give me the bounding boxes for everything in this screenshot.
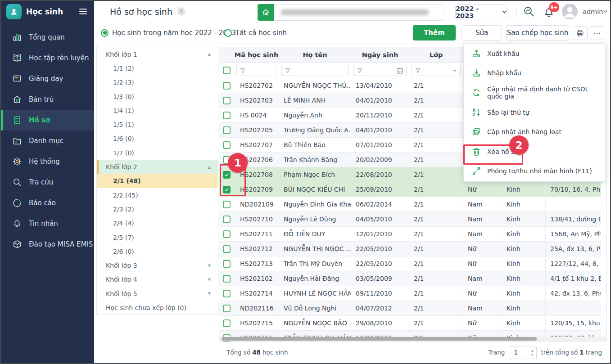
sidebar-item-danh-muc[interactable]: Danh mục: [1, 130, 94, 151]
tree-item[interactable]: Khối lớp 5▼: [97, 287, 218, 301]
page-up-icon[interactable]: ▲: [531, 348, 534, 352]
chevron-down-icon[interactable]: ▼: [208, 264, 211, 268]
sidebar-item-dao-tao-misa-emis[interactable]: Đào tạo MISA EMIS: [1, 234, 94, 255]
tree-item[interactable]: 1/4 (1): [97, 103, 218, 117]
row-checkbox[interactable]: [223, 141, 231, 149]
sidebar-item-ho-so[interactable]: Hồ sơ: [1, 110, 94, 130]
hamburger-menu-icon[interactable]: [78, 7, 88, 16]
tree-item[interactable]: 2/6 (0): [97, 244, 218, 258]
copy-student-button[interactable]: Sao chép học sinh: [506, 25, 569, 40]
column-header-lop[interactable]: Lớp: [409, 47, 463, 63]
select-all-checkbox[interactable]: [223, 67, 231, 74]
table-row[interactable]: HS202712NGUYỄN THỊ NGỌC ...22/05/20102/1…: [219, 242, 601, 256]
quick-search-icon[interactable]: [523, 5, 535, 18]
school-year-select[interactable]: 2022 - 2023: [455, 4, 507, 19]
filter-input-lop[interactable]: [412, 65, 461, 76]
tree-item[interactable]: 1/6 (0): [97, 132, 218, 146]
row-checkbox[interactable]: [223, 82, 231, 90]
tree-item[interactable]: 1/7 (0): [97, 146, 218, 160]
chevron-up-icon[interactable]: ▲: [208, 52, 211, 56]
row-checkbox[interactable]: [223, 305, 231, 312]
table-row[interactable]: HS202715NGUYỄN NGỌC BẢO ...29/08/20102/1…: [219, 316, 601, 331]
chevron-up-icon[interactable]: ▲: [208, 165, 211, 169]
tree-item[interactable]: 2/1 (48): [97, 174, 218, 188]
table-row[interactable]: ND202116Vũ Đỗ Long Nghi04/07/20122/1NamK…: [219, 301, 601, 316]
menu-item-sort-az[interactable]: AZSắp lại thứ tự: [464, 103, 605, 122]
tree-item[interactable]: 1/1 (2): [97, 61, 218, 75]
more-actions-button[interactable]: [590, 26, 604, 40]
avatar[interactable]: [562, 4, 578, 19]
filter-input-ma[interactable]: [236, 65, 276, 76]
sidebar-item-he-thong[interactable]: Hệ thống: [1, 151, 94, 172]
page-input[interactable]: 1 ▲▼: [509, 346, 537, 359]
table-row[interactable]: ND202109Nguyễn Đình Gia Kha...06/02/2014…: [219, 197, 601, 212]
table-row[interactable]: HS202711ĐỖ TIẾN DUY12/01/20102/1NamKinh1…: [219, 227, 601, 242]
help-icon[interactable]: ?: [177, 7, 186, 16]
tree-item[interactable]: 2/4 (4): [97, 216, 218, 230]
school-name-field[interactable]: [274, 4, 444, 21]
table-row[interactable]: HS202713Trần Thị Mỹ Duyên22/05/20102/1Nữ…: [219, 256, 601, 271]
row-checkbox[interactable]: [223, 319, 231, 327]
tree-item[interactable]: 1/3 (0): [97, 90, 218, 103]
chevron-down-icon[interactable]: ▼: [208, 292, 211, 296]
username[interactable]: admin: [583, 1, 603, 22]
page-down-icon[interactable]: ▼: [531, 352, 534, 356]
sidebar-item-giang-day[interactable]: Giảng dạy: [1, 68, 94, 89]
menu-item-photos[interactable]: Cập nhật ảnh hàng loạt: [464, 122, 605, 142]
tree-item[interactable]: Khối lớp 4▼: [97, 273, 218, 287]
edit-button[interactable]: Sửa: [462, 25, 502, 40]
row-checkbox[interactable]: [223, 260, 231, 268]
radio-current-year[interactable]: Học sinh trong năm học 2022 - 2023: [101, 22, 236, 44]
tree-item[interactable]: 2/2 (45): [97, 188, 218, 202]
sidebar-item-ban-tru[interactable]: Bán trú: [1, 89, 94, 110]
row-checkbox[interactable]: [223, 97, 231, 104]
table-row[interactable]: HS202710Nguyễn Lê Dũng04/05/20102/1NamKi…: [219, 212, 601, 227]
row-checkbox[interactable]: [223, 112, 231, 119]
row-checkbox[interactable]: [223, 290, 231, 297]
tree-item[interactable]: Khối lớp 2▲: [97, 160, 218, 174]
filter-input-hoten[interactable]: [281, 65, 348, 76]
menu-item-export[interactable]: Xuất khẩu: [464, 44, 605, 63]
chevron-down-icon[interactable]: [452, 68, 457, 73]
sidebar-item-bao-cao[interactable]: Báo cáo: [1, 193, 94, 213]
tree-item[interactable]: 2/3 (2): [97, 202, 218, 216]
menu-item-import[interactable]: Nhập khẩu: [464, 63, 605, 83]
horizontal-scrollbar-thumb[interactable]: [222, 337, 537, 341]
tree-item[interactable]: 2/5 (7): [97, 230, 218, 244]
sidebar-item-hoc-tap-ren-luyen[interactable]: Học tập rèn luyện: [1, 48, 94, 68]
filter-input-ngaysinh[interactable]: [353, 65, 407, 76]
row-checkbox[interactable]: [223, 245, 231, 253]
tree-item[interactable]: Khối lớp 1▲: [97, 47, 218, 61]
row-checkbox[interactable]: [223, 216, 231, 223]
add-button[interactable]: Thêm: [413, 25, 456, 40]
calendar-icon[interactable]: [396, 67, 403, 74]
row-checkbox[interactable]: [223, 230, 231, 238]
column-header-ngaysinh[interactable]: Ngày sinh: [351, 47, 409, 63]
page-stepper[interactable]: ▲▼: [528, 346, 536, 359]
tree-item[interactable]: Khối lớp 3▼: [97, 258, 218, 272]
radio-all-students[interactable]: Tất cả học sinh: [224, 22, 287, 44]
cell-lop: 2/1: [409, 93, 463, 108]
row-checkbox[interactable]: [223, 126, 231, 134]
column-header-ma[interactable]: Mã học sinh: [234, 47, 279, 63]
home-button[interactable]: [258, 4, 274, 21]
table-row[interactable]: HS202102Nguyễn Hải Đăng03/05/20092/1NamK…: [219, 271, 601, 286]
tree-item[interactable]: Học sinh chưa xếp lớp (0): [97, 301, 218, 315]
horizontal-scrollbar[interactable]: [219, 337, 606, 341]
sidebar-item-tong-quan[interactable]: Tổng quan: [1, 27, 94, 48]
table-row[interactable]: HS202714HUỲNH LÊ NGỌC HÂN09/11/20102/1Nữ…: [219, 286, 601, 301]
sidebar-item-tra-cuu[interactable]: Tra cứu: [1, 172, 94, 193]
menu-item-refresh[interactable]: Cập nhật mã định danh từ CSDL quốc gia: [464, 83, 605, 103]
cell-lop: 2/1: [409, 182, 463, 197]
user-menu-chevron-icon[interactable]: [603, 9, 608, 14]
notifications-bell-icon[interactable]: 9+: [543, 6, 555, 18]
table-row[interactable]: HS202709BÙI NGỌC KIỀU CHI25/09/20102/1Nữ…: [219, 182, 601, 197]
row-checkbox[interactable]: [223, 201, 231, 208]
row-checkbox[interactable]: [223, 275, 231, 283]
tree-item[interactable]: 1/5 (1): [97, 117, 218, 131]
print-button[interactable]: [573, 26, 588, 40]
tree-item[interactable]: 1/2 (3): [97, 76, 218, 90]
chevron-down-icon[interactable]: ▼: [208, 278, 211, 282]
column-header-hoten[interactable]: Họ tên: [279, 47, 351, 63]
sidebar-item-tin-nhan[interactable]: Tin nhắn: [1, 213, 94, 234]
